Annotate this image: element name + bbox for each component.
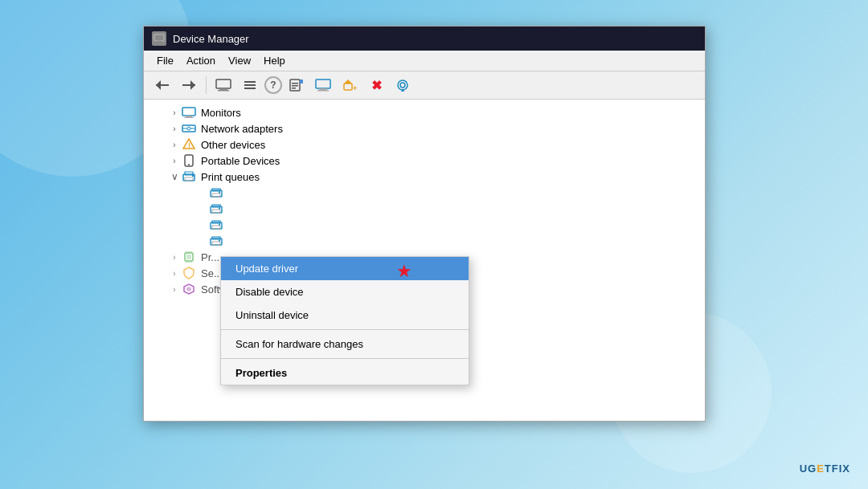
svg-rect-9 xyxy=(218,90,229,92)
print-sub-icon-3 xyxy=(208,218,224,231)
svg-point-31 xyxy=(187,127,190,130)
toolbar-scan-button[interactable] xyxy=(391,75,415,96)
svg-rect-17 xyxy=(300,79,303,84)
tree-subitem-print-1[interactable] xyxy=(144,185,705,201)
watermark: UGETFIX xyxy=(800,463,850,475)
svg-rect-18 xyxy=(316,79,330,88)
monitor-icon xyxy=(181,106,197,119)
svg-rect-57 xyxy=(219,239,220,241)
context-menu-properties[interactable]: Properties xyxy=(221,361,469,385)
context-menu-scan-label: Scan for hardware changes xyxy=(235,338,363,350)
menu-action[interactable]: Action xyxy=(180,53,222,68)
svg-rect-59 xyxy=(186,255,191,259)
tree-label-printqueues: Print queues xyxy=(201,171,260,183)
tree-label-network: Network adapters xyxy=(201,123,283,135)
toolbar-list-button[interactable] xyxy=(238,75,262,96)
svg-marker-67 xyxy=(186,287,191,291)
tree-arrow-security: › xyxy=(168,269,181,278)
svg-rect-14 xyxy=(292,83,298,84)
svg-point-37 xyxy=(188,164,190,165)
context-menu-disable-label: Disable device xyxy=(235,286,304,298)
svg-rect-7 xyxy=(216,79,231,88)
portable-icon xyxy=(181,154,197,167)
tree-label-monitors: Monitors xyxy=(201,107,241,119)
svg-rect-21 xyxy=(344,84,352,90)
svg-rect-27 xyxy=(182,108,195,116)
context-menu-update-driver[interactable]: Update driver ★ xyxy=(221,257,469,280)
toolbar-back-button[interactable] xyxy=(150,75,174,96)
svg-rect-4 xyxy=(156,84,169,86)
tree-arrow-network: › xyxy=(168,124,181,133)
svg-rect-11 xyxy=(244,84,256,86)
context-menu-update-driver-label: Update driver xyxy=(235,263,298,275)
toolbar-remove-button[interactable]: ✖ xyxy=(364,75,388,96)
svg-rect-49 xyxy=(219,207,220,209)
red-star-icon: ★ xyxy=(396,261,412,282)
svg-rect-41 xyxy=(192,175,194,177)
context-menu: Update driver ★ Disable device Uninstall… xyxy=(220,256,469,385)
tree-arrow-portable: › xyxy=(168,157,181,165)
toolbar-add-driver-button[interactable]: + xyxy=(338,75,362,96)
svg-text:+: + xyxy=(353,84,357,92)
context-menu-uninstall-label: Uninstall device xyxy=(235,309,309,321)
tree-arrow-processors: › xyxy=(168,253,181,262)
menu-view[interactable]: View xyxy=(222,53,257,68)
context-menu-scan-hardware[interactable]: Scan for hardware changes xyxy=(221,332,469,356)
processor-icon xyxy=(181,251,197,263)
svg-rect-12 xyxy=(244,88,256,89)
title-bar-icon xyxy=(152,31,166,46)
toolbar-computer-button[interactable] xyxy=(211,75,235,96)
tree-label-portable: Portable Devices xyxy=(201,155,280,167)
svg-rect-2 xyxy=(155,43,163,43)
svg-rect-20 xyxy=(317,90,329,92)
svg-rect-19 xyxy=(319,88,327,90)
tree-arrow-printqueues: ∨ xyxy=(168,171,181,182)
toolbar-display-button[interactable] xyxy=(311,75,335,96)
device-manager-window: Device Manager File Action View Help xyxy=(143,26,706,422)
tree-item-printqueues[interactable]: ∨ Print queues xyxy=(144,169,705,185)
tree-item-monitors[interactable]: › Monitors xyxy=(144,104,705,120)
svg-rect-10 xyxy=(244,81,256,83)
context-menu-uninstall-device[interactable]: Uninstall device xyxy=(221,304,469,327)
svg-marker-22 xyxy=(344,79,352,84)
tree-item-network[interactable]: › Network adapters xyxy=(144,120,705,137)
tree-label-processors: Pr... xyxy=(201,251,219,263)
svg-rect-45 xyxy=(219,191,220,193)
toolbar-properties-button[interactable] xyxy=(285,75,309,96)
menu-file[interactable]: File xyxy=(150,53,180,68)
software-icon xyxy=(181,283,197,295)
tree-subitem-print-3[interactable] xyxy=(144,217,705,233)
tree-arrow-software: › xyxy=(168,285,181,294)
toolbar-help-button[interactable]: ? xyxy=(264,76,282,94)
tree-label-security: Se... xyxy=(201,267,223,279)
tree-item-other[interactable]: › ! Other devices xyxy=(144,137,705,153)
title-bar: Device Manager xyxy=(144,26,705,51)
svg-rect-16 xyxy=(292,88,296,89)
title-bar-text: Device Manager xyxy=(173,33,249,45)
print-sub-icon-1 xyxy=(208,186,224,199)
print-sub-icon-4 xyxy=(208,234,224,247)
network-icon xyxy=(181,122,197,135)
context-menu-properties-label: Properties xyxy=(235,367,287,379)
menu-bar: File Action View Help xyxy=(144,51,705,71)
toolbar-forward-button[interactable] xyxy=(177,75,201,96)
tree-subitem-print-4[interactable] xyxy=(144,233,705,249)
context-menu-disable-device[interactable]: Disable device xyxy=(221,280,469,304)
print-icon xyxy=(181,170,197,183)
tree-area: › Monitors › Network adap xyxy=(144,100,705,421)
other-devices-icon: ! xyxy=(181,138,197,151)
svg-rect-1 xyxy=(157,41,162,43)
context-menu-separator-1 xyxy=(221,329,469,330)
svg-rect-29 xyxy=(184,117,194,118)
tree-arrow-monitors: › xyxy=(168,108,181,117)
svg-rect-15 xyxy=(292,85,298,87)
svg-rect-53 xyxy=(219,223,220,225)
watermark-highlight: E xyxy=(817,463,825,475)
svg-rect-8 xyxy=(219,88,227,90)
toolbar: ? + ✖ xyxy=(144,71,705,100)
tree-subitem-print-2[interactable] xyxy=(144,201,705,217)
svg-point-25 xyxy=(400,83,405,88)
toolbar-separator-1 xyxy=(206,76,207,94)
tree-item-portable[interactable]: › Portable Devices xyxy=(144,153,705,169)
menu-help[interactable]: Help xyxy=(257,53,292,68)
